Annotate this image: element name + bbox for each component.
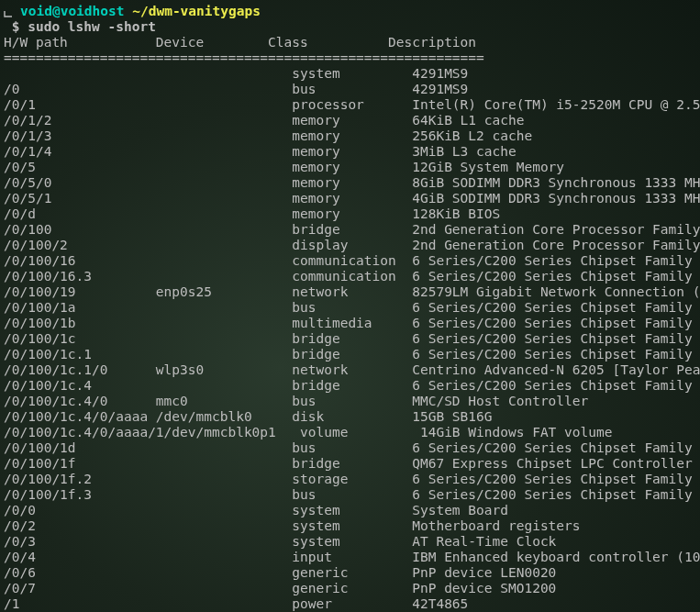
command-text: sudo lshw -short — [28, 19, 156, 34]
window-titlebar: void@voidhost ~/dwm-vanitygaps — [4, 4, 696, 19]
user-host: void@voidhost — [20, 4, 125, 19]
cwd: ~/dwm-vanitygaps — [132, 4, 261, 19]
table-row: /0/100/16.3 communication 6 Series/C200 … — [4, 269, 696, 284]
table-row: /0/5/1 memory 4GiB SODIMM DDR3 Synchrono… — [4, 191, 696, 206]
table-row: /0/3 system AT Real-Time Clock — [4, 534, 696, 550]
table-row: /0/100/1b multimedia 6 Series/C200 Serie… — [4, 316, 696, 331]
window-corner-icon — [4, 6, 20, 18]
table-row: system 4291MS9 — [4, 66, 696, 82]
table-row: /0/1 processor Intel(R) Core(TM) i5-2520… — [4, 97, 696, 113]
prompt-line[interactable]: $ sudo lshw -short — [4, 19, 696, 35]
lshw-output: system 4291MS9/0 bus 4291MS9/0/1 process… — [4, 66, 696, 612]
table-row: /0/100/1c.1/0 wlp3s0 network Centrino Ad… — [4, 362, 696, 378]
table-row: /0/4 input IBM Enhanced keyboard control… — [4, 550, 696, 565]
table-row: /1 power 42T4865 — [4, 596, 696, 612]
table-header: H/W path Device Class Description — [4, 35, 696, 50]
prompt-symbol: $ — [4, 19, 28, 34]
table-row: /0/100/1c.1 bridge 6 Series/C200 Series … — [4, 347, 696, 362]
table-row: /0/1/4 memory 3MiB L3 cache — [4, 144, 696, 160]
table-row: /0/100/1f.3 bus 6 Series/C200 Series Chi… — [4, 487, 696, 503]
table-row: /0/2 system Motherboard registers — [4, 518, 696, 534]
table-row: /0/100/2 display 2nd Generation Core Pro… — [4, 238, 696, 253]
table-row: /0/100/1c bridge 6 Series/C200 Series Ch… — [4, 331, 696, 347]
table-row: /0/d memory 128KiB BIOS — [4, 206, 696, 222]
table-row: /0/100/1f.2 storage 6 Series/C200 Series… — [4, 472, 696, 487]
table-row: /0/100/1d bus 6 Series/C200 Series Chips… — [4, 440, 696, 456]
table-row: /0/0 system System Board — [4, 503, 696, 518]
table-row: /0/100/1c.4/0/aaaa /dev/mmcblk0 disk 15G… — [4, 409, 696, 425]
table-row: /0/1/2 memory 64KiB L1 cache — [4, 113, 696, 128]
table-row: /0/100/1c.4 bridge 6 Series/C200 Series … — [4, 378, 696, 394]
table-row: /0/100/1a bus 6 Series/C200 Series Chips… — [4, 300, 696, 316]
table-row: /0/100/1c.4/0/aaaa/1/dev/mmcblk0p1 volum… — [4, 425, 696, 440]
table-separator: ========================================… — [4, 50, 696, 66]
table-row: /0/100/16 communication 6 Series/C200 Se… — [4, 253, 696, 269]
table-row: /0/5 memory 12GiB System Memory — [4, 160, 696, 175]
table-row: /0/100/19 enp0s25 network 82579LM Gigabi… — [4, 284, 696, 300]
table-row: /0/1/3 memory 256KiB L2 cache — [4, 128, 696, 144]
table-row: /0/7 generic PnP device SMO1200 — [4, 581, 696, 596]
table-row: /0/100/1f bridge QM67 Express Chipset LP… — [4, 456, 696, 472]
table-row: /0 bus 4291MS9 — [4, 82, 696, 97]
table-row: /0/6 generic PnP device LEN0020 — [4, 565, 696, 581]
table-row: /0/100 bridge 2nd Generation Core Proces… — [4, 222, 696, 238]
table-row: /0/5/0 memory 8GiB SODIMM DDR3 Synchrono… — [4, 175, 696, 191]
table-row: /0/100/1c.4/0 mmc0 bus MMC/SD Host Contr… — [4, 394, 696, 409]
